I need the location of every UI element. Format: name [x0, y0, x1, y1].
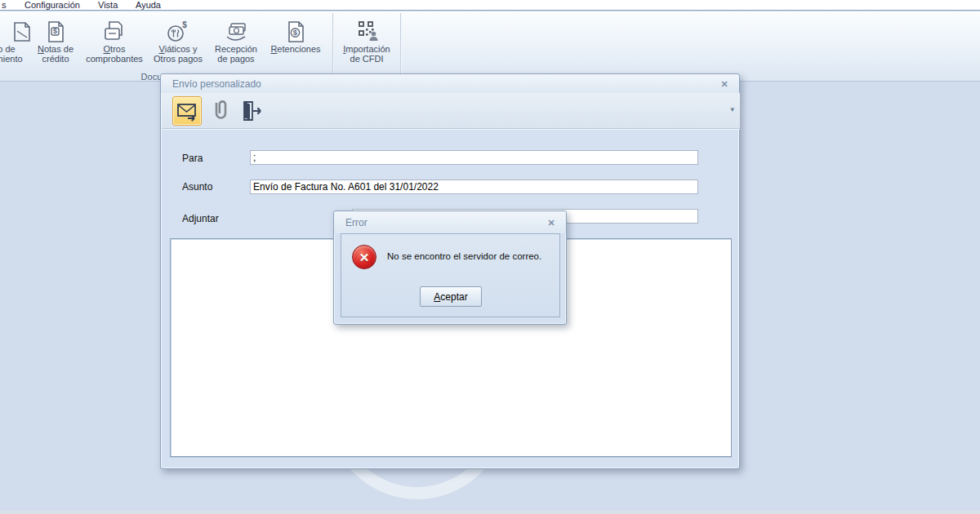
send-dialog-toolbar: ▾ [162, 93, 740, 129]
svg-text:$: $ [293, 28, 298, 37]
ribbon-toolbar: o de amiento $ Notas de crédito [0, 11, 980, 82]
withholdings-icon: $ [261, 18, 331, 44]
send-dialog-titlebar: Envío personalizado ✕ [161, 74, 739, 93]
window-bottom-edge [0, 511, 980, 514]
close-icon[interactable]: ✕ [545, 216, 558, 229]
menu-item-vista[interactable]: Vista [98, 0, 118, 10]
ribbon-group-separator [332, 13, 333, 80]
send-email-button[interactable] [172, 96, 202, 126]
toolbar-overflow-chevron-down-icon[interactable]: ▾ [730, 105, 734, 113]
menu-item-configuracion[interactable]: Configuración [24, 0, 80, 10]
menu-item-truncated[interactable]: s [2, 0, 7, 10]
menu-item-ayuda[interactable]: Ayuda [136, 0, 161, 10]
ribbon-item-otros-comprobantes[interactable]: Otros comprobantes [79, 18, 149, 64]
error-message-panel: ✕ No se encontro el servidor de correo. … [341, 233, 560, 317]
send-dialog-title: Envío personalizado [172, 78, 261, 90]
app-workspace: s Configuración Vista Ayuda o de amiento… [0, 0, 980, 514]
error-dialog-titlebar: Error ✕ [334, 211, 566, 233]
envelope-send-icon [176, 100, 198, 122]
attach-file-button[interactable] [206, 96, 235, 126]
svg-text:$: $ [53, 27, 57, 35]
ribbon-item-label: Otros [79, 44, 149, 54]
other-vouchers-icon [79, 18, 149, 44]
aceptar-button[interactable]: Aceptar [420, 286, 482, 307]
ribbon-item-label: de pagos [201, 54, 271, 64]
ribbon-item-label: Retenciones [261, 44, 331, 54]
para-input[interactable] [250, 150, 698, 165]
error-dialog-window: Error ✕ ✕ No se encontro el servidor de … [333, 210, 567, 325]
svg-text:$: $ [182, 20, 187, 29]
exit-door-icon [239, 100, 264, 122]
error-dialog-title: Error [345, 217, 368, 228]
menu-bar: s Configuración Vista Ayuda [0, 0, 980, 11]
error-cross-glyph: ✕ [359, 251, 370, 264]
para-label: Para [182, 153, 203, 164]
exit-button[interactable] [237, 96, 266, 126]
error-icon: ✕ [352, 245, 376, 269]
close-icon[interactable]: ✕ [718, 78, 731, 91]
ribbon-item-importacion-cfdi[interactable]: Importación de CFDI [332, 18, 402, 64]
ribbon-item-label: de CFDI [332, 54, 402, 64]
adjuntar-label: Adjuntar [182, 213, 219, 224]
ribbon-group-separator [400, 13, 401, 80]
cfdi-import-qr-icon [332, 18, 402, 44]
ribbon-item-retenciones[interactable]: $ Retenciones [261, 18, 331, 54]
ribbon-item-label: comprobantes [79, 54, 149, 64]
asunto-label: Asunto [182, 181, 212, 193]
paperclip-icon [210, 99, 231, 123]
ribbon-item-label: Importación [332, 44, 402, 54]
asunto-input[interactable] [250, 179, 698, 194]
error-message-text: No se encontro el servidor de correo. [387, 251, 560, 261]
